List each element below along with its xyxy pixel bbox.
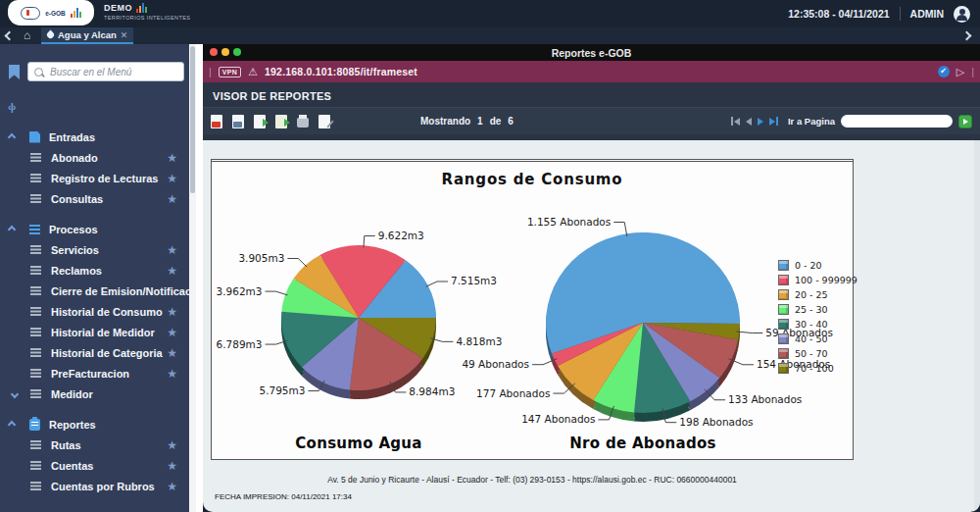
sidebar-vertical-scrollbar[interactable] (189, 44, 196, 512)
pie-slice-label: 198 Abonados (679, 416, 753, 428)
shield-check-icon[interactable]: ✔ (938, 66, 950, 77)
clipboard-icon (29, 419, 40, 431)
first-page-button[interactable] (731, 117, 740, 126)
bookmark-icon[interactable] (9, 65, 20, 79)
pie-slice-label: 8.984m3 (409, 385, 455, 397)
legend-swatch-icon (778, 260, 789, 271)
sidebar-item-cuentas[interactable]: Cuentas★ (0, 455, 189, 476)
report-scrollbar[interactable] (974, 140, 980, 512)
sidebar-item-label: Rutas (51, 439, 81, 451)
collapse-sidebar-icon[interactable]: ‹|› (8, 101, 15, 113)
page-setup-icon[interactable] (318, 115, 330, 128)
favorite-star-icon[interactable]: ★ (167, 368, 177, 380)
favorite-star-icon[interactable]: ★ (167, 193, 177, 205)
legend-swatch-icon (778, 289, 789, 300)
favorite-star-icon[interactable]: ★ (167, 152, 177, 164)
last-page-button[interactable] (769, 117, 778, 126)
window-title: Reportes e-GOB (552, 47, 632, 59)
screen: e-GOB DEMO TERRITORIOS INTELIGENTES 12:3… (0, 0, 980, 512)
sidebar-menu: EntradasAbonado★Registro de Lecturas★Con… (0, 127, 189, 506)
favorite-star-icon[interactable]: ★ (167, 439, 177, 451)
favorite-star-icon[interactable]: ★ (167, 460, 177, 472)
close-tab-icon[interactable]: ✕ (121, 30, 128, 40)
sidebar-item-medidor[interactable]: Medidor (0, 384, 189, 404)
sidebar-item-historial-de-categoria[interactable]: Historial de Categoria★ (0, 342, 189, 363)
menu-lines-icon (30, 153, 41, 155)
minimize-window-button[interactable] (221, 48, 229, 56)
chevron-up-icon (8, 225, 16, 232)
demo-logo: DEMO TERRITORIOS INTELIGENTES (104, 3, 190, 21)
chart-legend: 0 - 20100 - 99999920 - 2525 - 3030 - 404… (778, 260, 858, 375)
sidebar-item-historial-de-medidor[interactable]: Historial de Medidor★ (0, 322, 189, 342)
url-bar[interactable]: | VPN ⚠ 192.168.0.101:8085/it/frameset ✔… (203, 61, 980, 82)
menu-search (27, 62, 184, 81)
sidebar-item-label: Historial de Consumo (51, 306, 163, 318)
sidebar-section-procesos[interactable]: Procesos (0, 219, 189, 239)
favorite-star-icon[interactable]: ★ (167, 173, 177, 184)
forward-arrow-icon[interactable] (962, 31, 972, 41)
chevron-up-icon (8, 132, 16, 140)
close-window-button[interactable] (210, 48, 218, 56)
legend-entry: 40 - 50 (778, 333, 858, 345)
favorite-star-icon[interactable]: ★ (167, 265, 177, 277)
menu-lines-icon (30, 245, 41, 247)
sidebar-item-reclamos[interactable]: Reclamos★ (0, 260, 189, 281)
sidebar-item-prefacturacion[interactable]: PreFacturacion★ (0, 363, 189, 384)
tab-label: Agua y Alcan (58, 29, 117, 40)
pie-slice-label: 9.622m3 (378, 230, 424, 241)
previous-page-button[interactable] (746, 118, 752, 126)
back-arrow-icon[interactable] (5, 31, 15, 41)
demo-title: DEMO (104, 3, 132, 13)
sidebar-item-label: Registro de Lecturas (51, 173, 158, 184)
legend-label: 25 - 30 (795, 304, 828, 315)
avatar[interactable] (954, 6, 970, 23)
export-pdf-icon[interactable] (211, 115, 222, 128)
favorite-star-icon[interactable]: ★ (167, 481, 177, 492)
sidebar-item-registro-de-lecturas[interactable]: Registro de Lecturas★ (0, 168, 189, 188)
search-icon (34, 68, 43, 77)
favorite-star-icon[interactable]: ★ (167, 327, 177, 338)
export-xls-icon[interactable] (232, 115, 244, 128)
favorite-star-icon[interactable]: ★ (167, 347, 177, 359)
egob-logo[interactable]: e-GOB (8, 0, 94, 26)
next-page-button[interactable] (758, 118, 763, 126)
sidebar-item-label: Historial de Categoria (51, 347, 163, 359)
menu-lines-icon (30, 461, 41, 463)
legend-label: 50 - 70 (795, 348, 828, 359)
pie-slice-label: 6.789m3 (217, 338, 263, 350)
sidebar-item-historial-de-consumo[interactable]: Historial de Consumo★ (0, 301, 189, 322)
go-button[interactable] (958, 115, 972, 128)
sidebar-item-cuentas-por-rubros[interactable]: Cuentas por Rubros★ (0, 476, 189, 496)
favorite-star-icon[interactable]: ★ (167, 306, 177, 318)
zoom-window-button[interactable] (233, 48, 241, 56)
search-input[interactable] (48, 66, 183, 78)
sidebar-item-rutas[interactable]: Rutas★ (0, 435, 189, 455)
sidebar-item-cierre-de-emision-notificaciones[interactable]: Cierre de Emision/Notificaciones (0, 281, 189, 301)
print-icon[interactable] (297, 118, 309, 128)
sidebar-item-abonado[interactable]: Abonado★ (0, 147, 189, 168)
sidebar-item-label: Cuentas (51, 460, 93, 472)
send-icon[interactable]: ▷ (956, 66, 964, 77)
water-drop-icon (46, 30, 56, 40)
url-text[interactable]: 192.168.0.101:8085/it/frameset (265, 66, 417, 77)
current-page: 1 (477, 116, 483, 127)
pie-slice-label: 177 Abonados (476, 387, 550, 399)
menu-lines-icon (30, 348, 41, 350)
sidebar-item-label: Abonado (51, 152, 98, 164)
sidebar-item-servicios[interactable]: Servicios★ (0, 239, 189, 260)
legend-label: 20 - 25 (795, 289, 828, 300)
user-menu[interactable]: ADMIN (910, 8, 944, 20)
divider (900, 7, 901, 21)
favorite-star-icon[interactable]: ★ (167, 244, 177, 256)
sidebar-item-consultas[interactable]: Consultas★ (0, 188, 189, 209)
export-csv-icon[interactable] (275, 115, 287, 128)
menu-lines-icon (30, 266, 41, 268)
tab-agua-y-alcan[interactable]: Agua y Alcan ✕ (41, 27, 133, 44)
home-icon[interactable]: ⌂ (24, 28, 30, 43)
menu-lines-icon (30, 307, 41, 309)
export-word-icon[interactable] (254, 115, 266, 128)
sidebar: ‹|› EntradasAbonado★Registro de Lecturas… (0, 44, 189, 512)
sidebar-section-entradas[interactable]: Entradas (0, 127, 189, 147)
goto-page-input[interactable] (841, 115, 953, 128)
sidebar-section-reportes[interactable]: Reportes (0, 414, 189, 435)
